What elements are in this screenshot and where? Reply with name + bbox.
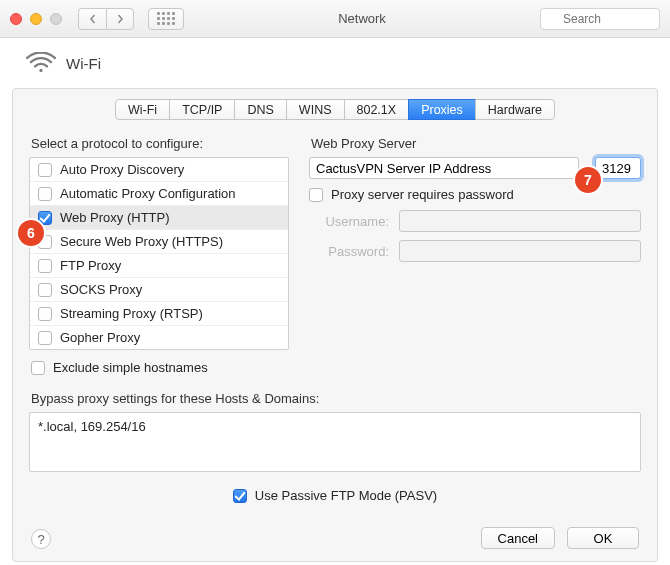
username-label: Username: [309, 214, 389, 229]
tab-dns[interactable]: DNS [234, 99, 286, 120]
settings-panel: Wi-FiTCP/IPDNSWINS802.1XProxiesHardware … [12, 88, 658, 562]
protocol-label: Secure Web Proxy (HTTPS) [60, 234, 223, 249]
back-button[interactable] [78, 8, 106, 30]
search-wrap [540, 8, 660, 30]
protocol-label: SOCKS Proxy [60, 282, 142, 297]
username-input [399, 210, 641, 232]
passive-ftp-checkbox[interactable] [233, 489, 247, 503]
tab-tcpip[interactable]: TCP/IP [169, 99, 235, 120]
cancel-button[interactable]: Cancel [481, 527, 555, 549]
annotation-badge-7: 7 [575, 167, 601, 193]
tabs: Wi-FiTCP/IPDNSWINS802.1XProxiesHardware [29, 99, 641, 120]
protocol-list: Auto Proxy DiscoveryAutomatic Proxy Conf… [29, 157, 289, 350]
protocol-label: Auto Proxy Discovery [60, 162, 184, 177]
protocol-row[interactable]: FTP Proxy [30, 254, 288, 278]
protocol-label: Gopher Proxy [60, 330, 140, 345]
show-all-button[interactable] [148, 8, 184, 30]
protocol-checkbox[interactable] [38, 283, 52, 297]
password-label: Password: [309, 244, 389, 259]
help-button[interactable]: ? [31, 529, 51, 549]
close-icon[interactable] [10, 13, 22, 25]
protocol-label: Web Proxy (HTTP) [60, 210, 170, 225]
protocol-checkbox[interactable] [38, 211, 52, 225]
exclude-hostnames-label: Exclude simple hostnames [53, 360, 208, 375]
protocol-row[interactable]: Secure Web Proxy (HTTPS) [30, 230, 288, 254]
minimize-icon[interactable] [30, 13, 42, 25]
protocol-label: Automatic Proxy Configuration [60, 186, 236, 201]
protocol-row[interactable]: SOCKS Proxy [30, 278, 288, 302]
tab-hardware[interactable]: Hardware [475, 99, 555, 120]
ok-button[interactable]: OK [567, 527, 639, 549]
tab-wifi[interactable]: Wi-Fi [115, 99, 170, 120]
tab-8021x[interactable]: 802.1X [344, 99, 410, 120]
nav-back-forward [78, 8, 134, 30]
protocol-row[interactable]: Streaming Proxy (RTSP) [30, 302, 288, 326]
protocol-row[interactable]: Automatic Proxy Configuration [30, 182, 288, 206]
protocol-checkbox[interactable] [38, 163, 52, 177]
exclude-hostnames-checkbox[interactable] [31, 361, 45, 375]
requires-password-label: Proxy server requires password [331, 187, 514, 202]
protocol-label: Streaming Proxy (RTSP) [60, 306, 203, 321]
protocol-row[interactable]: Auto Proxy Discovery [30, 158, 288, 182]
passive-ftp-row[interactable]: Use Passive FTP Mode (PASV) [29, 488, 641, 503]
protocol-checkbox[interactable] [38, 331, 52, 345]
chevron-right-icon [115, 14, 125, 24]
chevron-left-icon [88, 14, 98, 24]
pane-header: Wi-Fi [0, 38, 670, 88]
requires-password-checkbox[interactable] [309, 188, 323, 202]
wifi-icon [26, 52, 56, 74]
password-input [399, 240, 641, 262]
protocol-checkbox[interactable] [38, 187, 52, 201]
traffic-lights [10, 13, 62, 25]
search-input[interactable] [540, 8, 660, 30]
protocol-label: FTP Proxy [60, 258, 121, 273]
bypass-textarea[interactable]: *.local, 169.254/16 [29, 412, 641, 472]
tab-proxies[interactable]: Proxies [408, 99, 476, 120]
protocol-label: Select a protocol to configure: [31, 136, 289, 151]
proxy-server-label: Web Proxy Server [311, 136, 641, 151]
zoom-icon [50, 13, 62, 25]
proxy-server-input[interactable] [309, 157, 579, 179]
protocol-row[interactable]: Web Proxy (HTTP) [30, 206, 288, 230]
window-title: Network [192, 11, 532, 26]
annotation-badge-6: 6 [18, 220, 44, 246]
protocol-checkbox[interactable] [38, 307, 52, 321]
page-title: Wi-Fi [66, 55, 101, 72]
protocol-row[interactable]: Gopher Proxy [30, 326, 288, 349]
tab-wins[interactable]: WINS [286, 99, 345, 120]
exclude-hostnames-row[interactable]: Exclude simple hostnames [31, 360, 287, 375]
forward-button[interactable] [106, 8, 134, 30]
proxy-port-input[interactable] [595, 157, 641, 179]
protocol-checkbox[interactable] [38, 259, 52, 273]
grid-icon [157, 12, 175, 25]
bypass-label: Bypass proxy settings for these Hosts & … [31, 391, 641, 406]
window-titlebar: Network [0, 0, 670, 38]
passive-ftp-label: Use Passive FTP Mode (PASV) [255, 488, 437, 503]
